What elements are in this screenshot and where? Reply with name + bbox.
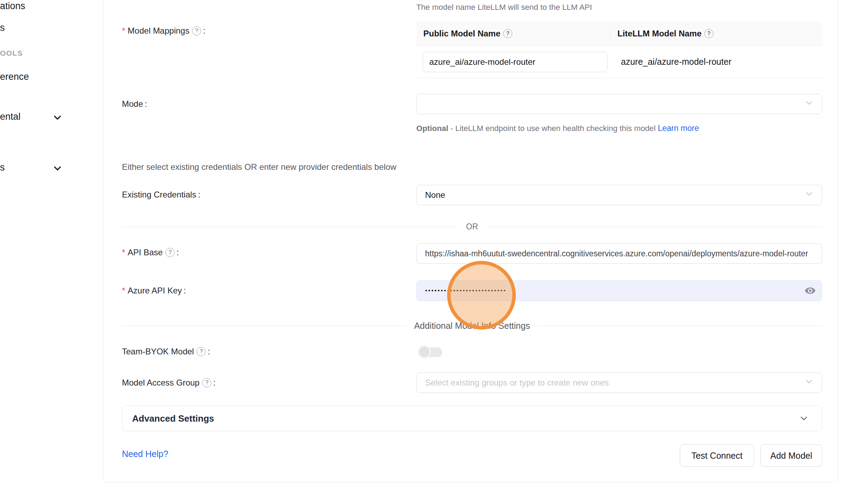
team-byok-label: Team-BYOK Model ? : (122, 347, 210, 356)
add-model-button[interactable]: Add Model (760, 444, 822, 467)
help-question-icon[interactable]: ? (165, 248, 175, 257)
model-name-helper-text: The model name LiteLLM will send to the … (416, 3, 592, 12)
sidebar-item-experimental[interactable]: ental (0, 111, 21, 122)
masked-api-key: •••••••••••••••••••••••••• (425, 287, 507, 294)
litellm-model-name-value: azure_ai/azure-model-router (621, 57, 731, 67)
azure-api-key-input[interactable]: •••••••••••••••••••••••••• (416, 280, 822, 301)
sidebar-section-tools: TOOLS (0, 49, 23, 57)
sidebar-item-label: s (0, 162, 5, 173)
api-base-value: https://ishaa-mh6uutut-swedencentral.cog… (425, 249, 808, 258)
azure-api-key-label: * Azure API Key : (122, 286, 186, 296)
additional-settings-divider: Additional Model Info Settings (122, 321, 822, 331)
chevron-down-icon (804, 377, 814, 389)
advanced-settings-label: Advanced Settings (132, 413, 799, 424)
model-access-group-label: Model Access Group ? : (122, 378, 216, 388)
sidebar-item-organizations[interactable]: ations (0, 1, 25, 12)
optional-prefix: Optional (416, 124, 448, 133)
chevron-down-icon (799, 413, 809, 424)
model-access-group-placeholder: Select existing groups or type to create… (425, 378, 609, 388)
help-question-icon[interactable]: ? (192, 26, 201, 35)
litellm-model-name-header: LiteLLM Model Name ? (610, 27, 822, 41)
sidebar-item-label: s (0, 22, 5, 33)
chevron-down-icon (804, 189, 814, 201)
learn-more-link[interactable]: Learn more (658, 124, 699, 133)
mode-helper-text: Optional - LiteLLM endpoint to use when … (416, 121, 700, 136)
required-asterisk: * (122, 248, 125, 257)
chevron-down-icon (804, 98, 814, 110)
model-mappings-label: * Model Mappings ? : (122, 26, 205, 36)
advanced-settings-panel[interactable]: Advanced Settings (122, 406, 822, 431)
or-divider: OR (122, 222, 822, 231)
sidebar-item-inference[interactable]: erence (0, 71, 29, 82)
sidebar-item-label: ental (0, 111, 21, 122)
model-access-group-select[interactable]: Select existing groups or type to create… (416, 373, 822, 393)
mode-select[interactable] (416, 94, 822, 114)
mode-label: Mode : (122, 99, 147, 109)
table-header-row: Public Model Name ? LiteLLM Model Name ? (416, 21, 822, 46)
help-question-icon[interactable]: ? (503, 29, 512, 38)
required-asterisk: * (122, 286, 125, 296)
chevron-down-icon[interactable] (52, 163, 63, 175)
sidebar-item-settings[interactable]: s (0, 162, 5, 173)
existing-credentials-label: Existing Credentials : (122, 190, 200, 200)
existing-credentials-value: None (425, 190, 445, 200)
sidebar-item-guardrails[interactable]: s (0, 22, 5, 33)
required-asterisk: * (122, 26, 125, 36)
credentials-note: Either select existing credentials OR en… (122, 162, 396, 172)
need-help-link[interactable]: Need Help? (122, 449, 168, 459)
sidebar-item-label: erence (0, 71, 29, 82)
test-connect-button[interactable]: Test Connect (680, 444, 754, 467)
eye-icon[interactable] (804, 285, 816, 297)
help-question-icon[interactable]: ? (202, 378, 211, 387)
help-question-icon[interactable]: ? (704, 29, 713, 38)
chevron-down-icon[interactable] (52, 112, 63, 125)
sidebar-item-label: ations (0, 1, 25, 11)
table-row: azure_ai/azure-model-router (416, 46, 822, 78)
public-model-name-header: Public Model Name ? (416, 27, 610, 41)
help-question-icon[interactable]: ? (197, 347, 206, 356)
existing-credentials-select[interactable]: None (416, 185, 822, 205)
public-model-name-input[interactable] (423, 52, 608, 72)
team-byok-toggle[interactable] (418, 345, 442, 359)
api-base-input[interactable]: https://ishaa-mh6uutut-swedencentral.cog… (416, 243, 822, 264)
api-base-label: * API Base ? : (122, 248, 179, 257)
model-mappings-table: Public Model Name ? LiteLLM Model Name ?… (416, 21, 822, 78)
